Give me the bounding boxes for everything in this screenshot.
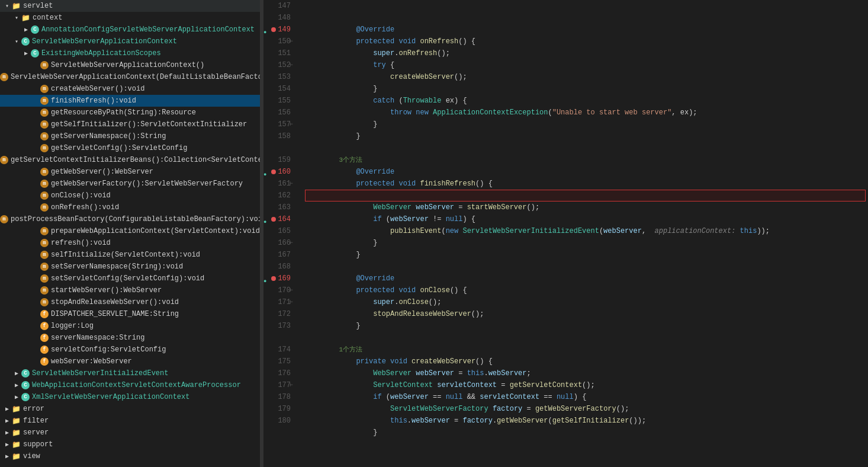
sidebar-item-createwebserver[interactable]: m createWebServer():void	[0, 83, 260, 95]
method-icon: m	[40, 191, 49, 200]
gutter-comment1	[263, 142, 294, 154]
code-line-174: private void createWebServer() {	[305, 344, 868, 356]
sidebar-item-servernamespace-field[interactable]: f serverNamespace:String	[0, 332, 260, 344]
sidebar-item-setservernamespace[interactable]: m setServerNamespace(String):void	[0, 261, 260, 273]
sidebar-item-dispatcher-field[interactable]: f DISPATCHER_SERVLET_NAME:String	[0, 308, 260, 320]
sidebar-item-label: selfInitialize(ServletContext):void	[51, 251, 200, 259]
expand-arrow[interactable]: ▶	[2, 429, 12, 436]
code-line-170: super.onClose();	[305, 284, 868, 296]
expand-arrow[interactable]: ▾	[2, 2, 12, 9]
gutter-line-159: 159	[263, 154, 294, 166]
sidebar-item-constructor1[interactable]: m ServletWebServerApplicationContext()	[0, 59, 260, 71]
code-line-159: @Override	[305, 154, 868, 166]
field-icon: f	[40, 357, 49, 366]
sidebar-item-label: logger:Log	[51, 322, 94, 330]
sidebar-item-constructor2[interactable]: m ServletWebServerApplicationContext(Def…	[0, 71, 260, 83]
expand-arrow[interactable]: ▶	[21, 50, 31, 57]
sidebar-item-getwebserver[interactable]: m getWebServer():WebServer	[0, 166, 260, 178]
gutter-line-176: 176	[263, 367, 294, 379]
code-content: @Override protected void onRefresh() { s…	[299, 0, 868, 467]
expand-arrow[interactable]: ▶	[12, 370, 21, 377]
expand-arrow[interactable]: ▶	[12, 382, 21, 389]
sidebar-item-label: createWebServer():void	[51, 85, 144, 93]
code-line-165: }	[305, 225, 868, 237]
sidebar-item-label: error	[23, 405, 44, 413]
gutter-line-175: 175	[263, 356, 294, 367]
sidebar-item-filter[interactable]: ▶ 📁 filter	[0, 415, 260, 427]
sidebar-item-server[interactable]: ▶ 📁 server	[0, 427, 260, 439]
sidebar-item-refresh[interactable]: m refresh():void	[0, 237, 260, 249]
sidebar-item-label: server	[23, 428, 49, 437]
class-icon: C	[31, 25, 39, 34]
sidebar-item-servletwebserver[interactable]: ▾ C ServletWebServerApplicationContext	[0, 36, 260, 47]
sidebar-item-getservletcontextinitializerbeans[interactable]: m getServletContextInitializerBeans():Co…	[0, 154, 260, 166]
sidebar-item-existingweb[interactable]: ▶ C ExistingWebApplicationScopes	[0, 47, 260, 59]
sidebar-item-getselfinitilaizer[interactable]: m getSelfInitializer():ServletContextIni…	[0, 119, 260, 130]
field-icon: f	[40, 310, 49, 318]
code-line-comment-3methods: 3个方法	[305, 142, 868, 154]
sidebar-item-label: DISPATCHER_SERVLET_NAME:String	[51, 310, 179, 318]
sidebar-item-finishrefresh[interactable]: m finishRefresh():void	[0, 95, 260, 107]
sidebar-item-label: refresh():void	[51, 239, 111, 247]
sidebar-item-logger-field[interactable]: f logger:Log	[0, 320, 260, 332]
sidebar-item-onrefresh[interactable]: m onRefresh():void	[0, 201, 260, 213]
sidebar-item-preparewebapp[interactable]: m prepareWebApplicationContext(ServletCo…	[0, 225, 260, 237]
sidebar-item-webserver-field[interactable]: f webServer:WebServer	[0, 356, 260, 367]
method-icon: m	[40, 274, 49, 283]
expand-arrow[interactable]: ▶	[2, 405, 12, 412]
sidebar-item-label: AnnotationConfigServletWebServerApplicat…	[41, 25, 255, 34]
sidebar-item-label: postProcessBeanFactory(ConfigurableLista…	[11, 215, 261, 223]
sidebar-item-postprocessbeanfactory[interactable]: m postProcessBeanFactory(ConfigurableLis…	[0, 213, 260, 225]
sidebar-item-label: getServletConfig():ServletConfig	[51, 144, 187, 152]
gutter-line-157: 157 ⊢	[263, 119, 294, 130]
sidebar-item-servletwebserverinitializedevent[interactable]: ▶ C ServletWebServerInitializedEvent	[0, 367, 260, 379]
sidebar-item-webappcontextservletawareprocessor[interactable]: ▶ C WebApplicationContextServletContextA…	[0, 379, 260, 391]
code-line-157: }	[305, 119, 868, 130]
expand-arrow[interactable]: ▾	[12, 38, 21, 45]
expand-arrow[interactable]: ▶	[12, 394, 21, 401]
sidebar-item-annotationconfig[interactable]: ▶ C AnnotationConfigServletWebServerAppl…	[0, 24, 260, 36]
code-line-158	[305, 130, 868, 142]
sidebar-item-getresourcebypath[interactable]: m getResourceByPath(String):Resource	[0, 107, 260, 119]
sidebar-item-label: getSelfInitializer():ServletContextIniti…	[51, 120, 247, 129]
folder-icon: 📁	[12, 2, 21, 11]
sidebar-item-selfinitialize[interactable]: m selfInitialize(ServletContext):void	[0, 249, 260, 261]
sidebar-item-support[interactable]: ▶ 📁 support	[0, 439, 260, 450]
sidebar-item-onclose[interactable]: m onClose():void	[0, 190, 260, 201]
gutter-line-173: 173	[263, 320, 294, 332]
expand-arrow[interactable]: ▶	[2, 453, 12, 460]
gutter-line-164: 164 ●	[263, 213, 294, 225]
code-line-160: protected void finishRefresh() {	[305, 166, 868, 178]
sidebar-item-getservletconfig[interactable]: m getServletConfig():ServletConfig	[0, 142, 260, 154]
gutter-line-165: 165	[263, 225, 294, 237]
sidebar-item-context[interactable]: ▾ 📁 context	[0, 12, 260, 24]
expand-arrow[interactable]: ▶	[21, 26, 31, 33]
sidebar-item-label: servletConfig:ServletConfig	[51, 346, 166, 354]
sidebar-item-label: setServletConfig(ServletConfig):void	[51, 274, 204, 283]
method-icon: m	[40, 120, 49, 129]
expand-arrow[interactable]: ▶	[2, 417, 12, 424]
sidebar-item-setservletconfig[interactable]: m setServletConfig(ServletConfig):void	[0, 273, 260, 284]
sidebar-item-error[interactable]: ▶ 📁 error	[0, 403, 260, 415]
sidebar-item-servletconfig-field[interactable]: f servletConfig:ServletConfig	[0, 344, 260, 356]
sidebar-item-label: setServerNamespace(String):void	[51, 263, 183, 271]
sidebar-item-startwebserver[interactable]: m startWebServer():WebServer	[0, 284, 260, 296]
code-line-168: @Override	[305, 261, 868, 273]
file-tree-sidebar[interactable]: ▾ 📁 servlet ▾ 📁 context ▶ C AnnotationCo…	[0, 0, 261, 467]
sidebar-item-getservernamespace[interactable]: m getServerNamespace():String	[0, 130, 260, 142]
sidebar-item-servlet[interactable]: ▾ 📁 servlet	[0, 0, 260, 12]
sidebar-item-label: WebApplicationContextServletContextAware…	[32, 381, 241, 389]
sidebar-item-label: onRefresh():void	[51, 203, 119, 212]
code-line-176: ServletContext servletContext = getServl…	[305, 367, 868, 379]
sidebar-item-label: onClose():void	[51, 191, 111, 200]
expand-arrow[interactable]: ▶	[2, 441, 12, 448]
sidebar-item-stopandrelease[interactable]: m stopAndReleaseWebServer():void	[0, 296, 260, 308]
sidebar-item-xmlservletwebserver[interactable]: ▶ C XmlServletWebServerApplicationContex…	[0, 391, 260, 403]
gutter-line-150: 150 ⊢	[263, 36, 294, 47]
sidebar-item-view[interactable]: ▶ 📁 view	[0, 450, 260, 462]
method-icon: m	[40, 239, 49, 247]
code-line-148: @Override	[305, 12, 868, 24]
expand-arrow[interactable]: ▾	[12, 14, 21, 21]
sidebar-item-getwebserverfactory[interactable]: m getWebServerFactory():ServletWebServer…	[0, 178, 260, 190]
code-editor: 147 148 149 ● 150 ⊢ 151 152 ⊢ 153 154 15…	[263, 0, 868, 467]
